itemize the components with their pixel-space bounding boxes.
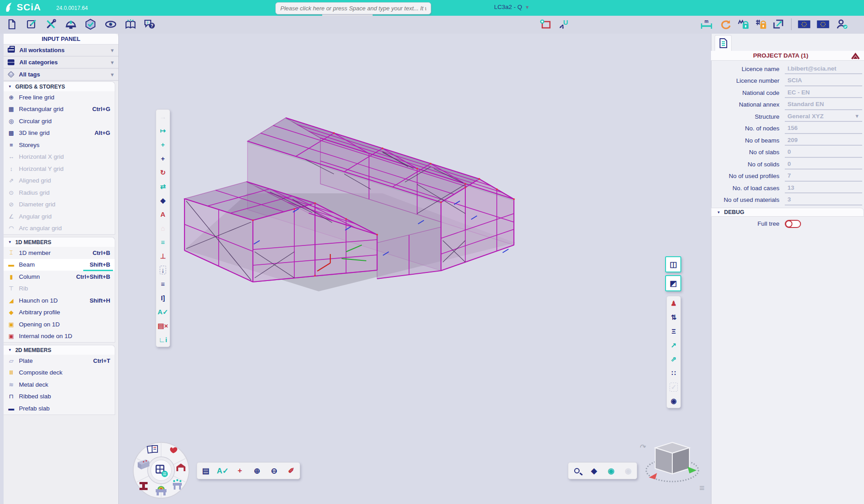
- wand-frame-icon[interactable]: ✐: [283, 463, 300, 479]
- view-cube-icon[interactable]: ◆: [585, 463, 603, 479]
- viewport-menu-icon[interactable]: ≡: [699, 483, 705, 493]
- layers-select-icon[interactable]: ≡: [156, 235, 170, 249]
- report-doc-icon[interactable]: ▤: [197, 463, 214, 479]
- tree-item-1d-member[interactable]: ⌶1D memberCtrl+B: [4, 247, 115, 259]
- filter-tags[interactable]: All tags ▼: [4, 69, 118, 81]
- move-node-icon[interactable]: ↦: [156, 124, 170, 138]
- engineering-report-icon[interactable]: [147, 446, 158, 453]
- visibility-redo-icon[interactable]: ◉: [620, 463, 637, 479]
- tree-item-column[interactable]: ▮ColumnCtrl+Shift+B: [4, 271, 115, 283]
- frame-template-icon[interactable]: A: [156, 207, 170, 221]
- connect-node-icon[interactable]: +: [231, 463, 248, 479]
- paste-dashed-icon[interactable]: ↓: [156, 263, 170, 277]
- filter-categories[interactable]: All categories ▼: [4, 57, 118, 69]
- manual-book-icon[interactable]: [123, 17, 138, 31]
- tree-item-haunch-on-1d[interactable]: ◢Haunch on 1DShift+H: [4, 294, 115, 307]
- dots-grid-icon[interactable]: ∷: [667, 366, 680, 380]
- navigation-cube[interactable]: [643, 434, 702, 491]
- tree-item-rectangular-grid[interactable]: ▦Rectangular gridCtrl+G: [4, 103, 115, 116]
- ucs-axes-icon[interactable]: U: [557, 17, 572, 31]
- project-data-header[interactable]: PROJECT DATA (1): [711, 51, 864, 61]
- tree-item-ribbed-slab[interactable]: ⊓Ribbed slab: [4, 391, 115, 403]
- dimension-ruler-icon[interactable]: m: [699, 17, 714, 31]
- coords-info-icon[interactable]: ∟i: [156, 333, 170, 347]
- people-icon[interactable]: ♟: [667, 296, 680, 310]
- check-structure-icon[interactable]: A✓: [214, 463, 231, 479]
- tree-item-arc-angular-grid[interactable]: ◠Arc angular grid: [4, 223, 115, 235]
- selection-rectangle-icon[interactable]: [539, 17, 553, 31]
- user-account-icon[interactable]: [835, 17, 850, 31]
- tree-item-prefab-slab[interactable]: ▬Prefab slab: [4, 402, 115, 415]
- sort-arrows-icon[interactable]: ⇅: [667, 310, 680, 324]
- eu-flag-icon[interactable]: [816, 17, 830, 31]
- visibility-eye-icon[interactable]: [104, 17, 118, 31]
- globe-grid-icon[interactable]: ⊕: [248, 463, 266, 479]
- check-names-icon[interactable]: A✓: [156, 305, 170, 319]
- support-icon[interactable]: ⊥: [156, 249, 170, 263]
- copy-rotate-icon[interactable]: ↻: [156, 165, 170, 179]
- tree-item-aligned-grid[interactable]: ⇗Aligned grid: [4, 175, 115, 187]
- search-input[interactable]: [275, 2, 431, 14]
- full-tree-toggle[interactable]: [785, 220, 801, 228]
- tree-item-diameter-grid[interactable]: ⊘Diameter grid: [4, 199, 115, 211]
- section-header-1d-members[interactable]: ▼1D MEMBERS: [4, 237, 115, 247]
- project-data-tab[interactable]: [715, 35, 732, 51]
- tree-item-3d-line-grid[interactable]: ▩3D line gridAlt+G: [4, 127, 115, 139]
- tree-item-opening-on-1d[interactable]: ▣Opening on 1D: [4, 318, 115, 330]
- tree-item-radius-grid[interactable]: ⊙Radius grid: [4, 187, 115, 199]
- tree-item-internal-node-on-1d[interactable]: ▣Internal node on 1D: [4, 330, 115, 343]
- zoom-selection-icon[interactable]: [568, 463, 585, 479]
- visibility-undo-icon[interactable]: ◉: [603, 463, 620, 479]
- section-header-2d-members[interactable]: ▼2D MEMBERS: [4, 345, 115, 355]
- tree-item-composite-deck[interactable]: ⅢComposite deck: [4, 367, 115, 379]
- expand-view-icon[interactable]: [771, 17, 786, 31]
- tree-item-free-line-grid[interactable]: ⊕Free line grid: [4, 91, 115, 103]
- viewport-3d[interactable]: [119, 34, 711, 504]
- row-value[interactable]: General XYZ▼: [785, 111, 862, 122]
- grid-lock-icon[interactable]: [754, 17, 768, 31]
- tools-icon[interactable]: [44, 17, 58, 31]
- swap-members-icon[interactable]: ⇄: [156, 179, 170, 193]
- tree-item-horizontal-x-grid[interactable]: ↔Horizontal X grid: [4, 151, 115, 163]
- delete-table-icon[interactable]: ▤×: [156, 319, 170, 333]
- tree-item-angular-grid[interactable]: ∠Angular grid: [4, 210, 115, 223]
- compass-south-arrow[interactable]: [649, 473, 657, 479]
- export-beam-icon[interactable]: ⇗: [667, 352, 680, 366]
- export-node-icon[interactable]: ↗: [667, 338, 680, 352]
- filter-workstations[interactable]: All workstations ▼: [4, 45, 118, 57]
- section-header-grids-storeys[interactable]: ▼GRIDS & STOREYS: [4, 82, 115, 91]
- collapse-panel-icon[interactable]: [850, 52, 860, 60]
- select-arrow-icon[interactable]: →: [156, 110, 170, 124]
- tree-item-arbitrary-profile[interactable]: ◆Arbitrary profile: [4, 307, 115, 319]
- debug-section-header[interactable]: ▼ DEBUG: [711, 208, 864, 217]
- refresh-icon[interactable]: [719, 17, 733, 31]
- workstation-helmet-icon[interactable]: [63, 17, 78, 31]
- insert-node-icon[interactable]: +: [156, 152, 170, 165]
- tree-item-rib[interactable]: ⊤Rib: [4, 283, 115, 295]
- select-check-icon[interactable]: ✓: [667, 380, 680, 394]
- tree-item-plate[interactable]: ▱PlateCtrl+T: [4, 355, 115, 367]
- layers-visibility-icon[interactable]: ◉: [667, 394, 680, 408]
- database-icon[interactable]: Ξ: [667, 324, 680, 338]
- tree-item-metal-deck[interactable]: ≋Metal deck: [4, 379, 115, 391]
- new-project-icon[interactable]: [4, 17, 19, 31]
- wheel-menu[interactable]: ​: [130, 439, 194, 504]
- tree-item-circular-grid[interactable]: ◎Circular grid: [4, 115, 115, 127]
- layers-icon[interactable]: ≡: [156, 277, 170, 291]
- view-frame-corner-icon[interactable]: ◩: [665, 275, 681, 291]
- validate-cube-icon[interactable]: [83, 17, 98, 31]
- eu-flag-icon[interactable]: [797, 17, 811, 31]
- load-case-dropdown[interactable]: LC3a2 - Q ▼: [494, 4, 530, 10]
- view-frame-xz-icon[interactable]: ◫: [665, 256, 681, 272]
- house-grid-icon[interactable]: ⌂: [156, 221, 170, 235]
- model-lock-icon[interactable]: [736, 17, 751, 31]
- property-brush-icon[interactable]: ◆: [156, 193, 170, 207]
- subtract-icon[interactable]: ⊖: [266, 463, 283, 479]
- compass-north-arrow[interactable]: [688, 467, 697, 473]
- tree-item-horizontal-y-grid[interactable]: ↕Horizontal Y grid: [4, 163, 115, 175]
- add-node-icon[interactable]: +: [156, 138, 170, 152]
- tree-item-storeys[interactable]: ≡Storeys: [4, 139, 115, 151]
- tree-item-beam[interactable]: ▬BeamShift+B: [4, 259, 115, 271]
- rename-members-icon[interactable]: I]: [156, 291, 170, 305]
- help-info-icon[interactable]: ?i: [143, 17, 157, 31]
